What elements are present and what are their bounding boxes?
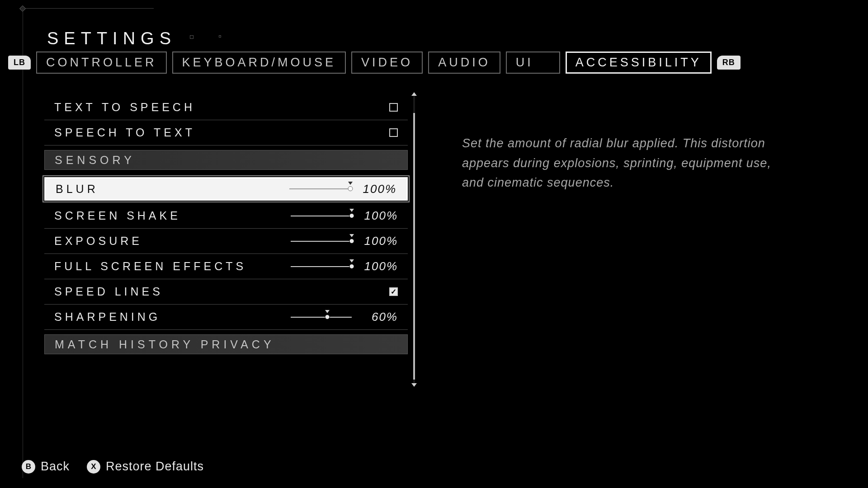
tab-accessibility[interactable]: ACCESSIBILITY (566, 52, 712, 74)
setting-label: SENSORY (55, 154, 135, 167)
setting-screenshake[interactable]: SCREEN SHAKE100% (44, 203, 408, 229)
tab-video[interactable]: VIDEO (351, 52, 423, 74)
slider-control[interactable]: 100% (291, 259, 398, 273)
slider-control[interactable]: 100% (289, 182, 396, 196)
tab-kbm[interactable]: KEYBOARD/MOUSE (172, 52, 346, 74)
setting-label: BLUR (56, 183, 99, 196)
setting-fse[interactable]: FULL SCREEN EFFECTS100% (44, 254, 408, 279)
settings-panel: TEXT TO SPEECHSPEECH TO TEXTSENSORYBLUR1… (44, 95, 415, 384)
footer: B Back X Restore Defaults (22, 460, 204, 474)
setting-label: FULL SCREEN EFFECTS (54, 260, 246, 273)
slider-knob[interactable] (349, 213, 354, 218)
setting-tts[interactable]: TEXT TO SPEECH (44, 95, 408, 120)
setting-sharpen[interactable]: SHARPENING60% (44, 305, 408, 330)
slider-value: 100% (359, 259, 398, 273)
slider-track[interactable] (291, 313, 352, 322)
slider-knob[interactable] (349, 239, 354, 244)
decorative-line (23, 8, 23, 478)
checkbox[interactable]: ✓ (389, 287, 398, 296)
slider-value: 100% (359, 209, 398, 223)
decorative-dots (190, 35, 221, 39)
slider-track[interactable] (291, 211, 352, 221)
slider-track[interactable] (289, 184, 350, 193)
page-title: SETTINGS (47, 29, 176, 48)
x-button-icon: X (87, 460, 100, 474)
lb-bumper-icon[interactable]: LB (8, 56, 31, 70)
slider-knob[interactable] (325, 314, 330, 319)
tab-audio[interactable]: AUDIO (428, 52, 500, 74)
setting-blur[interactable]: BLUR100% (44, 177, 408, 201)
setting-exposure[interactable]: EXPOSURE100% (44, 229, 408, 254)
rb-bumper-icon[interactable]: RB (717, 56, 741, 70)
slider-value: 100% (359, 234, 398, 248)
setting-label: SCREEN SHAKE (54, 209, 181, 222)
restore-label: Restore Defaults (106, 460, 204, 474)
setting-label: SHARPENING (54, 310, 160, 324)
setting-label: MATCH HISTORY PRIVACY (55, 338, 275, 351)
setting-label: EXPOSURE (54, 235, 142, 248)
slider-track[interactable] (291, 237, 352, 246)
slider-value: 60% (359, 310, 398, 324)
slider-knob[interactable] (349, 264, 354, 269)
tabs-row: LB CONTROLLERKEYBOARD/MOUSEVIDEOAUDIOUIA… (8, 52, 860, 74)
setting-speedlines[interactable]: SPEED LINES✓ (44, 279, 408, 305)
slider-control[interactable]: 100% (291, 234, 398, 248)
restore-defaults-button[interactable]: X Restore Defaults (87, 460, 204, 474)
slider-knob[interactable] (348, 186, 353, 191)
setting-label: TEXT TO SPEECH (54, 101, 195, 114)
tab-ui[interactable]: UI (506, 52, 560, 74)
settings-list: TEXT TO SPEECHSPEECH TO TEXTSENSORYBLUR1… (44, 95, 408, 384)
back-button[interactable]: B Back (22, 460, 70, 474)
checkbox[interactable] (389, 128, 398, 137)
setting-stt[interactable]: SPEECH TO TEXT (44, 120, 408, 145)
setting-label: SPEED LINES (54, 285, 163, 298)
tab-controller[interactable]: CONTROLLER (36, 52, 167, 74)
back-label: Back (41, 460, 70, 474)
slider-control[interactable]: 60% (291, 310, 398, 324)
scroll-down-icon[interactable] (411, 383, 417, 387)
scrollbar-thumb[interactable] (413, 113, 415, 380)
setting-label: SPEECH TO TEXT (54, 126, 195, 139)
slider-control[interactable]: 100% (291, 209, 398, 223)
decorative-line (23, 8, 154, 9)
setting-sensory: SENSORY (44, 150, 408, 170)
scroll-up-icon[interactable] (411, 92, 417, 96)
checkbox[interactable] (389, 103, 398, 112)
setting-description: Set the amount of radial blur applied. T… (462, 134, 788, 193)
b-button-icon: B (22, 460, 35, 474)
setting-privacy: MATCH HISTORY PRIVACY (44, 334, 408, 354)
scrollbar[interactable] (413, 95, 415, 384)
slider-track[interactable] (291, 262, 352, 271)
slider-value: 100% (358, 182, 396, 196)
